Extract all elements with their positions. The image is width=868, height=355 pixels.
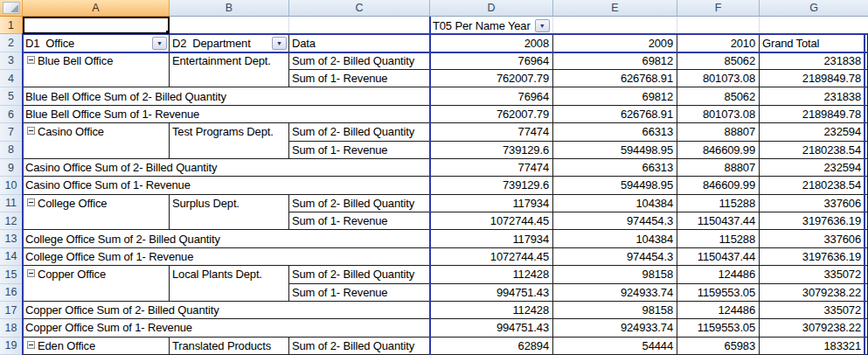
cell-c1[interactable] <box>289 17 430 34</box>
value-cell[interactable]: 846609.99 <box>677 142 760 159</box>
office-cell[interactable]: Casino Office <box>23 123 170 159</box>
value-cell[interactable]: 54444 <box>553 338 677 355</box>
cell-g1[interactable] <box>760 17 868 34</box>
row-header-4[interactable]: 4 <box>0 70 23 87</box>
measure-label-cell[interactable]: Sum of 1- Revenue <box>289 142 430 159</box>
measure-label-cell[interactable]: Sum of 2- Billed Quantity <box>289 266 430 283</box>
value-cell[interactable]: 77474 <box>430 123 553 141</box>
office-cell[interactable]: College Office <box>23 195 170 231</box>
office-cell[interactable]: Eden Office <box>23 338 170 355</box>
value-cell[interactable]: 924933.74 <box>553 284 677 302</box>
row-header-1[interactable]: 1 <box>0 17 23 34</box>
value-cell[interactable]: 112428 <box>430 266 553 283</box>
row-header-7[interactable]: 7 <box>0 123 23 141</box>
value-cell[interactable]: 762007.79 <box>430 70 553 87</box>
department-filter-dropdown-icon[interactable]: ▼ <box>272 37 287 50</box>
row-header-14[interactable]: 14 <box>0 248 23 266</box>
value-cell[interactable]: 337606 <box>760 195 868 212</box>
subtotal-value-cell[interactable]: 739129.6 <box>430 177 553 194</box>
subtotal-label-cell[interactable]: Blue Bell Office Sum of 2- Billed Quanti… <box>23 87 430 105</box>
measure-label-cell[interactable]: Sum of 2- Billed Quantity <box>289 338 430 355</box>
column-header-d[interactable]: D <box>430 0 553 17</box>
subtotal-value-cell[interactable]: 69812 <box>553 87 677 105</box>
collapse-minus-icon[interactable] <box>27 127 35 135</box>
row-header-13[interactable]: 13 <box>0 230 23 247</box>
office-cell[interactable]: Copper Office <box>23 266 170 302</box>
collapse-minus-icon[interactable] <box>27 56 35 64</box>
subtotal-value-cell[interactable]: 337606 <box>760 230 868 247</box>
value-cell[interactable]: 2189849.78 <box>760 70 868 87</box>
column-header-f[interactable]: F <box>677 0 760 17</box>
row-header-19[interactable]: 19 <box>0 338 23 355</box>
subtotal-value-cell[interactable]: 115288 <box>677 230 760 247</box>
value-cell[interactable]: 65983 <box>677 338 760 355</box>
column-header-g[interactable]: G <box>760 0 868 17</box>
value-cell[interactable]: 801073.08 <box>677 70 760 87</box>
subtotal-value-cell[interactable]: 846609.99 <box>677 177 760 194</box>
measure-label-cell[interactable]: Sum of 2- Billed Quantity <box>289 52 430 70</box>
subtotal-value-cell[interactable]: 994751.43 <box>430 319 553 337</box>
subtotal-value-cell[interactable]: 231838 <box>760 87 868 105</box>
subtotal-value-cell[interactable]: 76964 <box>430 87 553 105</box>
column-header-e[interactable]: E <box>553 0 677 17</box>
value-cell[interactable]: 335072 <box>760 266 868 283</box>
fill-handle[interactable] <box>165 30 170 34</box>
value-cell[interactable]: 232594 <box>760 123 868 141</box>
subtotal-label-cell[interactable]: Copper Office Sum of 2- Billed Quantity <box>23 302 430 319</box>
subtotal-value-cell[interactable]: 801073.08 <box>677 106 760 123</box>
field-office-cell[interactable]: D1 Office▼ <box>23 34 170 52</box>
year-2009-header[interactable]: 2009 <box>553 34 677 52</box>
filter-dropdown-icon[interactable]: ▼ <box>535 19 550 32</box>
subtotal-value-cell[interactable]: 112428 <box>430 302 553 319</box>
value-cell[interactable]: 231838 <box>760 52 868 70</box>
subtotal-value-cell[interactable]: 594498.95 <box>553 177 677 194</box>
column-header-c[interactable]: C <box>289 0 430 17</box>
office-filter-dropdown-icon[interactable]: ▼ <box>152 37 167 50</box>
value-cell[interactable]: 76964 <box>430 52 553 70</box>
value-cell[interactable]: 85062 <box>677 52 760 70</box>
value-cell[interactable]: 183321 <box>760 338 868 355</box>
subtotal-value-cell[interactable]: 974454.3 <box>553 248 677 266</box>
row-header-2[interactable]: 2 <box>0 34 23 52</box>
subtotal-label-cell[interactable]: Casino Office Sum of 2- Billed Quantity <box>23 159 430 177</box>
department-cell[interactable]: Translated Products <box>170 338 289 355</box>
subtotal-label-cell[interactable]: College Office Sum of 2- Billed Quantity <box>23 230 430 247</box>
value-cell[interactable]: 66313 <box>553 123 677 141</box>
field-department-cell[interactable]: D2 Department▼ <box>170 34 289 52</box>
value-cell[interactable]: 1072744.45 <box>430 212 553 230</box>
subtotal-value-cell[interactable]: 66313 <box>553 159 677 177</box>
department-cell[interactable]: Local Plants Dept. <box>170 266 289 302</box>
row-header-8[interactable]: 8 <box>0 142 23 159</box>
subtotal-value-cell[interactable]: 626768.91 <box>553 106 677 123</box>
department-cell[interactable]: Surplus Dept. <box>170 195 289 231</box>
subtotal-value-cell[interactable]: 104384 <box>553 230 677 247</box>
subtotal-value-cell[interactable]: 98158 <box>553 302 677 319</box>
subtotal-value-cell[interactable]: 3079238.22 <box>760 319 868 337</box>
subtotal-value-cell[interactable]: 232594 <box>760 159 868 177</box>
value-cell[interactable]: 62894 <box>430 338 553 355</box>
year-2008-header[interactable]: 2008 <box>430 34 553 52</box>
column-header-a[interactable]: A <box>23 0 170 17</box>
value-cell[interactable]: 1159553.05 <box>677 284 760 302</box>
row-header-10[interactable]: 10 <box>0 177 23 194</box>
grand-total-header[interactable]: Grand Total <box>760 34 868 52</box>
field-data-cell[interactable]: Data <box>289 34 430 52</box>
row-header-11[interactable]: 11 <box>0 195 23 212</box>
row-header-5[interactable]: 5 <box>0 87 23 105</box>
department-cell[interactable]: Test Programs Dept. <box>170 123 289 159</box>
subtotal-value-cell[interactable]: 3197636.19 <box>760 248 868 266</box>
value-cell[interactable]: 115288 <box>677 195 760 212</box>
value-cell[interactable]: 124486 <box>677 266 760 283</box>
subtotal-label-cell[interactable]: Blue Bell Office Sum of 1- Revenue <box>23 106 430 123</box>
value-cell[interactable]: 3197636.19 <box>760 212 868 230</box>
column-header-b[interactable]: B <box>170 0 289 17</box>
subtotal-value-cell[interactable]: 1072744.45 <box>430 248 553 266</box>
measure-label-cell[interactable]: Sum of 1- Revenue <box>289 212 430 230</box>
subtotal-label-cell[interactable]: Casino Office Sum of 1- Revenue <box>23 177 430 194</box>
value-cell[interactable]: 626768.91 <box>553 70 677 87</box>
row-header-16[interactable]: 16 <box>0 284 23 302</box>
collapse-minus-icon[interactable] <box>27 198 35 206</box>
subtotal-value-cell[interactable]: 88807 <box>677 159 760 177</box>
subtotal-value-cell[interactable]: 124486 <box>677 302 760 319</box>
value-cell[interactable]: 994751.43 <box>430 284 553 302</box>
